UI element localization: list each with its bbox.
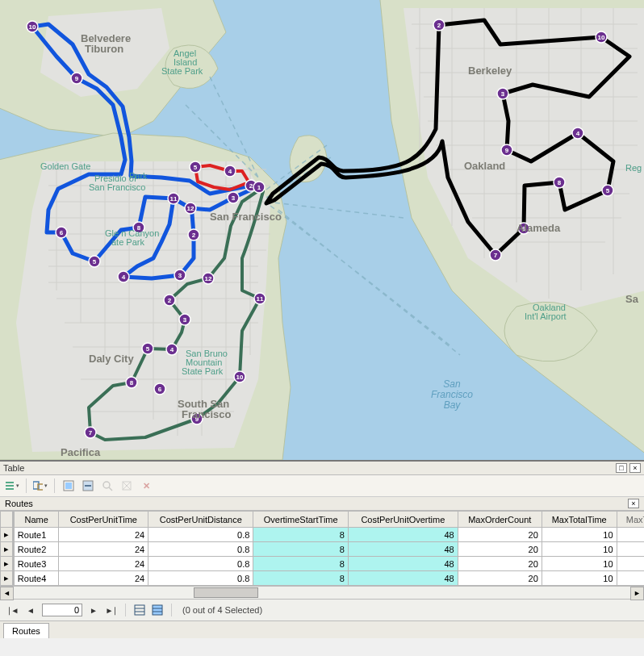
svg-text:7: 7 (494, 252, 498, 259)
cell-maxtotaltraveltime[interactable] (617, 528, 644, 542)
delete-icon: ✕ (143, 481, 150, 491)
selection-status: (0 out of 4 Selected) (182, 605, 262, 615)
svg-point-79 (103, 482, 110, 488)
row-selector[interactable]: ▸ (1, 571, 14, 586)
cell-maxtotaltraveltime[interactable] (617, 542, 644, 557)
table-grid[interactable]: Name CostPerUnitTime CostPerUnitDistance… (0, 511, 644, 586)
cell-maxordercount[interactable]: 20 (458, 571, 542, 586)
row-selector[interactable]: ▸ (1, 542, 14, 557)
svg-text:12: 12 (187, 205, 194, 212)
related-tables-button[interactable] (32, 478, 48, 494)
svg-rect-81 (135, 605, 144, 615)
header-row: Name CostPerUnitTime CostPerUnitDistance… (1, 512, 645, 528)
svg-text:9: 9 (75, 75, 79, 82)
cell-costperunittime[interactable]: 24 (59, 571, 148, 586)
cell-costperunitdistance[interactable]: 0.8 (148, 571, 253, 586)
svg-text:1: 1 (257, 184, 261, 191)
cell-costperunittime[interactable]: 24 (59, 557, 148, 571)
prev-record-button[interactable]: ◄ (24, 604, 37, 616)
table-title: Table (3, 463, 24, 473)
cell-maxtotaltime[interactable]: 10 (542, 571, 617, 586)
cell-maxordercount[interactable]: 20 (458, 542, 542, 557)
cell-name[interactable]: Route2 (13, 542, 59, 557)
cell-costperunitovertime[interactable]: 48 (348, 542, 458, 557)
scroll-left-button[interactable]: ◄ (0, 587, 14, 600)
table-row[interactable]: ▸Route1240.88482010 (1, 528, 645, 542)
select-by-icon (63, 480, 74, 491)
cell-maxtotaltime[interactable]: 10 (542, 528, 617, 542)
scroll-right-button[interactable]: ► (630, 587, 644, 600)
table-row[interactable]: ▸Route4240.88482010 (1, 571, 645, 586)
show-all-records-button[interactable] (133, 604, 146, 616)
minimize-button[interactable]: □ (616, 463, 627, 473)
scroll-thumb[interactable] (194, 587, 258, 598)
col-header-maxtotaltime[interactable]: MaxTotalTime (542, 512, 617, 528)
show-all-icon (134, 604, 145, 616)
next-record-button[interactable]: ► (87, 604, 100, 616)
first-record-button[interactable]: ∣◄ (6, 604, 19, 616)
svg-text:2: 2 (249, 182, 253, 190)
list-by-button[interactable] (4, 478, 20, 494)
cell-maxtotaltime[interactable]: 10 (542, 542, 617, 557)
svg-text:5: 5 (606, 187, 610, 194)
row-selector[interactable]: ▸ (1, 528, 14, 542)
cell-costperunitdistance[interactable]: 0.8 (148, 557, 253, 571)
cell-name[interactable]: Route4 (13, 571, 59, 586)
col-header-maxordercount[interactable]: MaxOrderCount (458, 512, 542, 528)
table-row[interactable]: ▸Route3240.88482010 (1, 557, 645, 571)
table-close-button[interactable]: × (628, 499, 639, 508)
cell-name[interactable]: Route3 (13, 557, 59, 571)
svg-text:11: 11 (170, 195, 178, 203)
svg-text:10: 10 (29, 23, 36, 31)
record-navigator: ∣◄ ◄ ► ►∣ (0 out of 4 Selected) (0, 600, 644, 621)
cell-name[interactable]: Route1 (13, 528, 59, 542)
toolbar-separator (54, 478, 55, 493)
horizontal-scrollbar[interactable]: ◄ ► (0, 586, 644, 600)
svg-text:3: 3 (178, 272, 182, 279)
label-oakland: Oakland (464, 160, 505, 172)
select-by-attributes-button[interactable] (61, 478, 77, 494)
cell-maxtotaltraveltime[interactable] (617, 557, 644, 571)
col-header-overtimestarttime[interactable]: OvertimeStartTime (253, 512, 349, 528)
label-san-bruno: San BrunoMountainState Park (182, 349, 228, 376)
cell-overtimestarttime[interactable]: 8 (253, 571, 349, 586)
col-header-name[interactable]: Name (13, 512, 59, 528)
cell-maxordercount[interactable]: 20 (458, 557, 542, 571)
col-header-costperunitovertime[interactable]: CostPerUnitOvertime (348, 512, 458, 528)
cell-costperunitdistance[interactable]: 0.8 (148, 542, 253, 557)
cell-costperunittime[interactable]: 24 (59, 542, 148, 557)
related-icon (33, 480, 43, 491)
cell-overtimestarttime[interactable]: 8 (253, 557, 349, 571)
cell-costperunitovertime[interactable]: 48 (348, 528, 458, 542)
cell-overtimestarttime[interactable]: 8 (253, 528, 349, 542)
svg-text:12: 12 (205, 275, 212, 282)
svg-text:11: 11 (257, 295, 264, 303)
table-row[interactable]: ▸Route2240.88482010 (1, 542, 645, 557)
show-selected-icon (152, 604, 163, 616)
tab-routes[interactable]: Routes (3, 623, 49, 638)
cell-costperunitovertime[interactable]: 48 (348, 557, 458, 571)
nav-separator (171, 604, 172, 616)
current-record-input[interactable] (42, 604, 82, 616)
switch-selection-button[interactable] (80, 478, 96, 494)
show-selected-records-button[interactable] (151, 604, 164, 616)
svg-text:10: 10 (236, 374, 244, 381)
svg-text:2: 2 (437, 22, 441, 29)
label-alameda: Alameda (516, 222, 561, 234)
col-header-maxtotaltraveltime[interactable]: MaxTotalTravelTim (617, 512, 644, 528)
cell-overtimestarttime[interactable]: 8 (253, 542, 349, 557)
cell-maxtotaltraveltime[interactable] (617, 571, 644, 586)
cell-costperunitovertime[interactable]: 48 (348, 571, 458, 586)
col-header-costperunittime[interactable]: CostPerUnitTime (59, 512, 148, 528)
cell-maxordercount[interactable]: 20 (458, 528, 542, 542)
last-record-button[interactable]: ►∣ (105, 604, 118, 616)
cell-costperunitdistance[interactable]: 0.8 (148, 528, 253, 542)
svg-text:2: 2 (192, 232, 196, 239)
label-belvedere: BelvedereTiburon (81, 32, 131, 55)
close-button[interactable]: × (629, 463, 641, 473)
row-selector[interactable]: ▸ (1, 557, 14, 571)
map-view[interactable]: 10 9 6 8 5 4 3 2 11 12 5 4 3 2 1 12 2 3 … (0, 0, 644, 460)
col-header-costperunitdistance[interactable]: CostPerUnitDistance (148, 512, 253, 528)
cell-maxtotaltime[interactable]: 10 (542, 557, 617, 571)
cell-costperunittime[interactable]: 24 (59, 528, 148, 542)
